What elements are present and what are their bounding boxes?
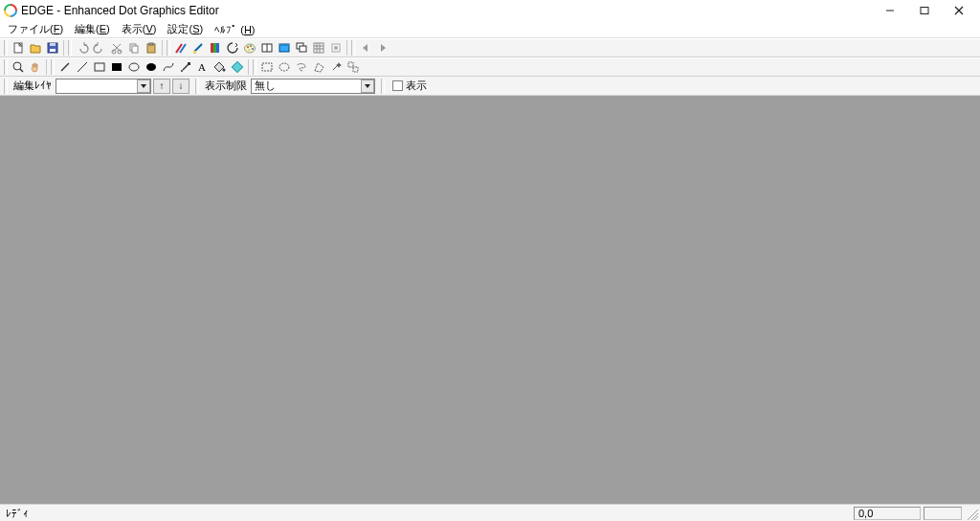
prev-button[interactable]: [357, 39, 374, 57]
gradient-bars-button[interactable]: [207, 39, 224, 57]
ellipse-tool[interactable]: [125, 58, 143, 76]
copy-button[interactable]: [125, 39, 143, 57]
svg-line-45: [78, 62, 87, 72]
svg-point-48: [129, 63, 139, 71]
palette-button[interactable]: [241, 39, 258, 57]
toolbar-grip[interactable]: [68, 40, 72, 56]
misc-tool-button[interactable]: [327, 39, 345, 57]
workspace-area[interactable]: [0, 96, 980, 504]
zoom-tool[interactable]: [10, 58, 27, 76]
layer-up-button[interactable]: ↑: [153, 79, 170, 94]
blue-window-button[interactable]: [276, 39, 293, 57]
rect-tool[interactable]: [91, 58, 108, 76]
layer-options-bar: 編集ﾚｲﾔ ↑ ↓ 表示制限 無し 表示: [0, 77, 980, 96]
svg-point-52: [181, 70, 183, 72]
toolbar-grip[interactable]: [51, 59, 55, 75]
hand-tool[interactable]: [27, 58, 44, 76]
svg-rect-46: [95, 63, 104, 71]
svg-line-44: [61, 63, 69, 71]
toolbar-grip[interactable]: [4, 59, 8, 75]
app-icon: [4, 4, 17, 17]
svg-rect-8: [50, 43, 56, 46]
tools-toolbar: A: [0, 57, 980, 77]
status-extra: [924, 507, 962, 520]
open-file-button[interactable]: [27, 39, 44, 57]
select-ellipse-tool[interactable]: [276, 58, 293, 76]
close-button[interactable]: [942, 0, 976, 21]
chevron-down-icon[interactable]: [137, 79, 150, 93]
toolbar-grip[interactable]: [195, 79, 199, 94]
menu-help[interactable]: ﾍﾙﾌﾟ (H): [209, 23, 260, 36]
svg-point-49: [146, 63, 156, 71]
svg-rect-34: [300, 46, 306, 52]
edit-layer-combo[interactable]: [56, 79, 151, 94]
status-text: ﾚﾃﾞｨ: [0, 508, 854, 519]
svg-rect-56: [262, 63, 272, 71]
select-wand-tool[interactable]: [327, 58, 345, 76]
brush-button[interactable]: [189, 39, 207, 57]
menu-settings[interactable]: 設定(S): [162, 21, 209, 37]
pen-double-button[interactable]: [172, 39, 189, 57]
svg-rect-32: [279, 44, 289, 46]
eyedropper-tool[interactable]: [177, 58, 194, 76]
maximize-button[interactable]: [907, 0, 942, 21]
pen-tool[interactable]: [56, 58, 74, 76]
toolbar-grip[interactable]: [381, 79, 385, 94]
select-poly-tool[interactable]: [310, 58, 327, 76]
select-color-tool[interactable]: [345, 58, 362, 76]
new-file-button[interactable]: [10, 39, 27, 57]
status-coords: 0,0: [854, 507, 921, 520]
text-tool[interactable]: A: [194, 58, 212, 76]
svg-rect-35: [314, 43, 323, 53]
toolbar-grip[interactable]: [167, 40, 170, 56]
toolbar-grip[interactable]: [351, 40, 355, 56]
svg-point-41: [334, 46, 338, 50]
svg-rect-20: [193, 51, 196, 54]
paste-button[interactable]: [143, 39, 160, 57]
cut-button[interactable]: [108, 39, 125, 57]
menubar: ファイル(F) 編集(E) 表示(V) 設定(S) ﾍﾙﾌﾟ (H): [0, 21, 980, 38]
toolbar-grip[interactable]: [4, 79, 8, 94]
svg-point-27: [252, 48, 254, 50]
svg-point-25: [247, 46, 249, 48]
resize-grip[interactable]: [965, 507, 978, 520]
ellipse-fill-tool[interactable]: [143, 58, 160, 76]
show-checkbox-label: 表示: [406, 79, 431, 93]
minimize-button[interactable]: [873, 0, 907, 21]
svg-rect-2: [921, 8, 928, 14]
svg-point-54: [223, 69, 226, 72]
next-button[interactable]: [374, 39, 391, 57]
main-toolbar: [0, 38, 980, 57]
undo-button[interactable]: [74, 39, 91, 57]
line-tool[interactable]: [74, 58, 91, 76]
show-checkbox[interactable]: [392, 80, 403, 91]
rect-fill-tool[interactable]: [108, 58, 125, 76]
swap-colors-tool[interactable]: [229, 58, 246, 76]
fill-tool[interactable]: [212, 58, 229, 76]
svg-rect-61: [353, 67, 358, 72]
svg-marker-63: [365, 84, 370, 88]
svg-point-57: [279, 63, 289, 71]
save-file-button[interactable]: [44, 39, 61, 57]
select-rect-tool[interactable]: [258, 58, 276, 76]
chevron-down-icon[interactable]: [361, 79, 374, 93]
menu-view[interactable]: 表示(V): [116, 21, 163, 37]
layer-down-button[interactable]: ↓: [172, 79, 189, 94]
windows-button[interactable]: [293, 39, 310, 57]
display-limit-combo[interactable]: 無し: [251, 79, 375, 94]
menu-edit[interactable]: 編集(E): [69, 21, 116, 37]
svg-line-19: [194, 44, 202, 52]
svg-rect-60: [348, 62, 353, 67]
split-view-button[interactable]: [258, 39, 276, 57]
toolbar-grip[interactable]: [253, 59, 256, 75]
refresh-button[interactable]: [224, 39, 241, 57]
toolbar-grip[interactable]: [4, 40, 8, 56]
curve-tool[interactable]: [160, 58, 177, 76]
select-lasso-tool[interactable]: [293, 58, 310, 76]
svg-point-42: [13, 62, 21, 70]
svg-rect-14: [132, 46, 138, 53]
svg-rect-22: [213, 43, 216, 53]
grid-toggle-button[interactable]: [310, 39, 327, 57]
menu-file[interactable]: ファイル(F): [2, 21, 69, 37]
redo-button[interactable]: [91, 39, 108, 57]
